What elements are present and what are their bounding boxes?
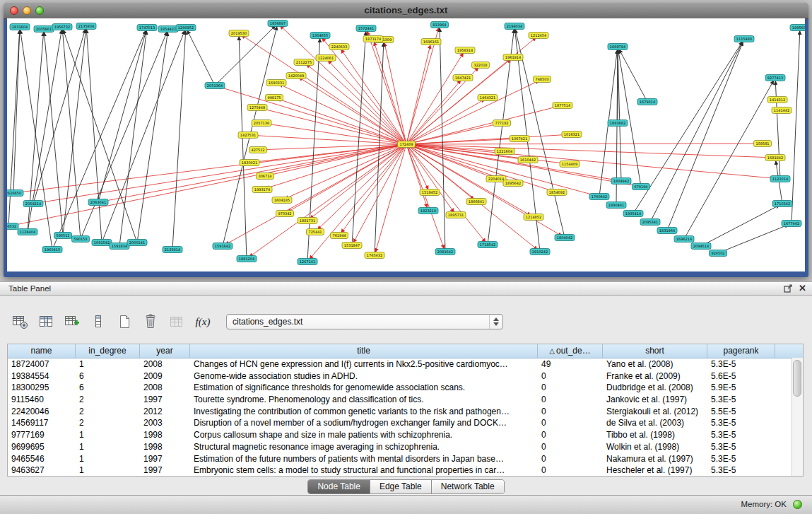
graph-node[interactable]: 2626650 (7, 190, 23, 197)
column-header-name[interactable]: name (8, 344, 76, 358)
graph-node[interactable]: 1290952 (176, 25, 196, 31)
graph-node[interactable]: 1221604 (495, 148, 514, 155)
graph-node[interactable]: 2019530 (229, 30, 249, 37)
graph-node[interactable]: 322018 (472, 62, 490, 69)
graph-node[interactable]: 1895731 (446, 212, 466, 218)
table-mode-icon[interactable] (10, 313, 30, 331)
import-table-icon[interactable] (62, 313, 82, 331)
graph-node[interactable]: 1141442 (772, 107, 792, 114)
graph-node[interactable]: 924502 (710, 250, 727, 257)
table-row[interactable]: 946362711997Embryonic stem cells: a mode… (8, 465, 803, 477)
graph-node[interactable]: 427512 (249, 147, 267, 153)
column-header-out_degree[interactable]: △out_de… (538, 344, 603, 358)
table-row[interactable]: 911546021997Tourette syndrome. Phenomeno… (8, 394, 803, 406)
graph-node[interactable]: 1121014 (770, 176, 790, 182)
graph-node[interactable]: 1956897 (268, 21, 288, 27)
graph-node[interactable]: 2051364 (205, 83, 225, 89)
graph-node[interactable]: 1304655 (310, 33, 330, 39)
graph-node[interactable]: 1881204 (237, 256, 257, 262)
graph-node[interactable]: 1996532 (7, 223, 18, 230)
graph-node[interactable]: 159581 (754, 141, 772, 147)
graph-node[interactable]: 590511 (54, 233, 72, 239)
graph-node[interactable]: 2057136 (252, 120, 271, 127)
graph-node[interactable]: 2194034 (505, 23, 524, 30)
graph-node[interactable]: 2135914 (163, 247, 182, 253)
graph-node[interactable]: 1696161 (421, 39, 441, 45)
graph-node[interactable]: 2135804 (76, 23, 96, 30)
table-row[interactable]: 977716911998Corpus callosum shape and si… (8, 429, 803, 441)
graph-node[interactable]: 1873174 (363, 36, 383, 42)
graph-node[interactable]: 1831604 (10, 24, 30, 30)
graph-node[interactable]: 1414312 (767, 97, 787, 103)
graph-node[interactable]: 1126404 (18, 229, 37, 235)
graph-node[interactable]: 306714 (257, 173, 274, 180)
graph-node[interactable]: 172409 (398, 141, 416, 148)
graph-node[interactable]: 1710342 (772, 201, 792, 207)
graph-node[interactable]: 1993174 (252, 187, 272, 193)
column-header-year[interactable]: year (140, 344, 190, 358)
graph-node[interactable]: 1591834 (110, 243, 129, 250)
table-select-combo[interactable]: citations_edges.txt (226, 314, 503, 329)
delete-icon[interactable] (141, 313, 160, 331)
function-builder-icon[interactable]: f(x) (193, 313, 213, 331)
graph-node[interactable]: 2095341 (640, 219, 660, 226)
graph-node[interactable]: 1960415 (42, 247, 62, 253)
table-row[interactable]: 1830029562008Estimation of significance … (8, 382, 803, 394)
graph-node[interactable]: 2005661 (34, 26, 54, 33)
graph-node[interactable]: 2000141 (127, 240, 147, 246)
graph-node[interactable]: 1572441 (356, 25, 376, 32)
graph-node[interactable]: 1464321 (478, 95, 498, 101)
column-header-in_degree[interactable]: in_degree (76, 344, 140, 358)
graph-node[interactable]: 1877514 (553, 103, 572, 109)
tab-node-table[interactable]: Node Table (308, 480, 370, 493)
graph-node[interactable]: 1604185 (272, 197, 292, 204)
graph-node[interactable]: 1420049 (286, 73, 306, 79)
column-header-pagerank[interactable]: pagerank (707, 344, 775, 358)
table-row[interactable]: 1456911722003Disruption of a novel membe… (8, 417, 803, 429)
graph-node[interactable]: 777182 (493, 120, 511, 127)
graph-node[interactable]: 1854092 (547, 189, 567, 196)
graph-node[interactable]: 998175 (266, 95, 283, 101)
graph-node[interactable]: 2112275 (294, 59, 314, 66)
close-panel-icon[interactable]: ✕ (799, 283, 806, 294)
graph-node[interactable]: 1224061 (316, 55, 336, 62)
graph-node[interactable]: 1747013 (137, 25, 157, 31)
tab-network-table[interactable]: Network Table (432, 480, 504, 493)
graph-node[interactable]: 1995602 (790, 25, 805, 31)
graph-node[interactable]: 2081642 (435, 249, 455, 255)
graph-node[interactable]: 1668794 (608, 44, 628, 50)
graph-node[interactable]: 2240633 (329, 44, 349, 50)
graph-node[interactable]: 1804942 (611, 178, 631, 185)
graph-node[interactable]: 1823210 (418, 208, 438, 214)
graph-node[interactable]: 1956732 (52, 24, 72, 30)
graph-node[interactable]: 725441 (307, 229, 324, 235)
graph-node[interactable]: 1696214 (674, 236, 694, 243)
graph-node[interactable]: 1893682 (608, 120, 628, 127)
graph-node[interactable]: 1881731 (298, 218, 317, 224)
graph-node[interactable]: 1427531 (238, 132, 258, 139)
graph-node[interactable]: 1212454 (529, 33, 548, 39)
column-header-short[interactable]: short (603, 344, 707, 358)
table-row[interactable]: 1872400712008Changes of HCN gene express… (8, 358, 803, 370)
graph-node[interactable]: 1681842 (765, 155, 785, 161)
graph-node[interactable]: 748503 (534, 76, 551, 83)
graph-node[interactable]: 1275448 (247, 105, 267, 111)
graph-node[interactable]: 1910242 (530, 249, 550, 255)
graph-node[interactable]: 1765432 (365, 252, 384, 259)
tab-edge-table[interactable]: Edge Table (370, 480, 432, 493)
graph-node[interactable]: 761944 (331, 233, 348, 239)
float-panel-icon[interactable] (784, 284, 793, 293)
table-row[interactable]: 946554611997Estimation of the future num… (8, 453, 803, 465)
graph-node[interactable]: 1531847 (342, 243, 362, 249)
graph-node[interactable]: 590153 (72, 236, 90, 243)
graph-node[interactable]: 2063041 (88, 199, 108, 206)
graph-node[interactable]: 1091542 (92, 240, 112, 246)
table-scrollbar[interactable] (792, 358, 803, 476)
graph-node[interactable]: 1016321 (562, 132, 582, 138)
graph-node[interactable]: 1831964 (657, 228, 677, 234)
graph-node[interactable]: 1718542 (478, 242, 498, 248)
scrollbar-thumb[interactable] (793, 360, 801, 397)
network-canvas[interactable]: 1831604200566119567322135804174701318544… (7, 18, 805, 271)
new-document-icon[interactable] (114, 313, 134, 331)
show-column-icon[interactable] (88, 313, 108, 331)
